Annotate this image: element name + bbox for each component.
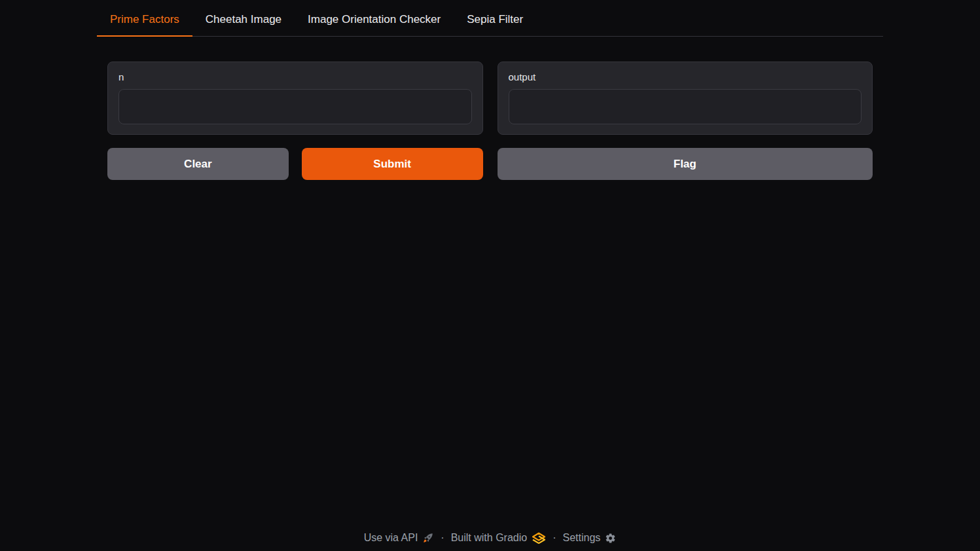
use-via-api-label: Use via API: [364, 532, 418, 544]
submit-button[interactable]: Submit: [302, 148, 483, 180]
tab-cheetah-image[interactable]: Cheetah Image: [192, 5, 295, 37]
settings-label: Settings: [563, 532, 601, 544]
gear-icon: [605, 533, 616, 544]
output-panel: output: [498, 62, 873, 135]
gradio-logo-icon: [532, 532, 546, 544]
input-buttons-row: Clear Submit: [107, 148, 483, 180]
footer-separator: ·: [553, 532, 556, 544]
built-with-gradio-label: Built with Gradio: [451, 532, 528, 544]
rocket-icon: [422, 532, 434, 544]
input-column: n Clear Submit: [107, 62, 483, 180]
app-container: Prime Factors Cheetah Image Image Orient…: [97, 0, 883, 180]
input-panel: n: [107, 62, 483, 135]
n-input[interactable]: [118, 89, 472, 124]
footer-separator: ·: [441, 532, 444, 544]
clear-button[interactable]: Clear: [107, 148, 289, 180]
tab-prime-factors[interactable]: Prime Factors: [97, 5, 192, 37]
tab-sepia-filter[interactable]: Sepia Filter: [454, 5, 536, 37]
built-with-gradio-link[interactable]: Built with Gradio: [451, 532, 547, 544]
tab-bar: Prime Factors Cheetah Image Image Orient…: [97, 5, 883, 37]
output-buttons-row: Flag: [498, 148, 873, 180]
output-textbox[interactable]: [509, 89, 862, 124]
use-via-api-link[interactable]: Use via API: [364, 532, 435, 544]
tab-image-orientation-checker[interactable]: Image Orientation Checker: [295, 5, 454, 37]
footer: Use via API · Built with Gradio · Settin…: [0, 532, 980, 544]
io-row: n Clear Submit output Flag: [97, 62, 883, 180]
input-label: n: [118, 71, 472, 82]
output-label: output: [509, 71, 862, 82]
flag-button[interactable]: Flag: [498, 148, 873, 180]
settings-link[interactable]: Settings: [563, 532, 617, 544]
output-column: output Flag: [498, 62, 873, 180]
